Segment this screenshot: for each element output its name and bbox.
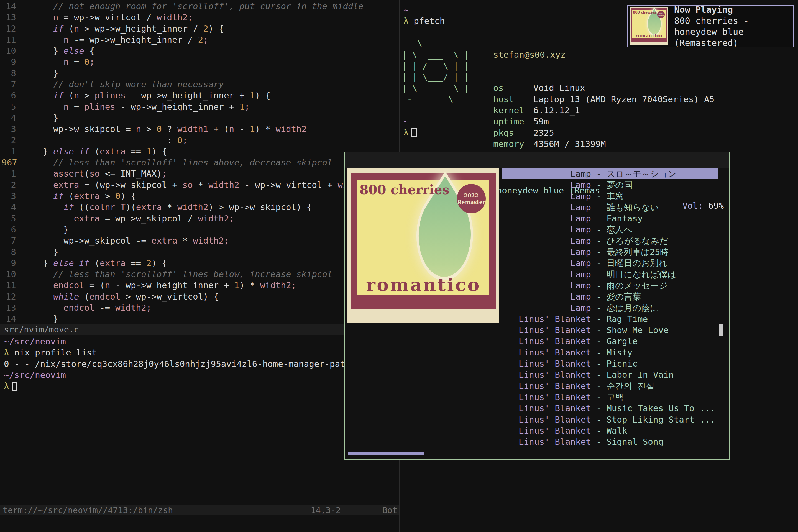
remaster-badge: 2022Remaster	[657, 11, 664, 18]
pfetch-field: osVoid Linux	[493, 82, 714, 93]
playlist: Lamp - スロ～モ～ションLamp - 夢の国Lamp - 車窓Lamp -…	[502, 168, 719, 447]
playlist-scrollbar-thumb[interactable]	[719, 324, 723, 336]
playlist-row[interactable]: Lamp - 雨のメッセージ	[502, 280, 719, 291]
code-line: 2 : 0;	[0, 135, 400, 146]
playlist-row[interactable]: Lamp - 誰も知らない	[502, 202, 719, 213]
terminal-line: ~/src/neovim	[4, 336, 350, 347]
shell-command-text: pfetch	[414, 16, 445, 26]
code-line: 11 endcol = (n - wp->w_height_inner + 1)…	[0, 280, 400, 291]
terminal-cursor	[12, 382, 17, 391]
code-line: 4 }	[0, 112, 400, 123]
album-title-text: romantico	[358, 274, 489, 295]
playlist-row[interactable]: Linus' Blanket - Gargle	[502, 336, 719, 347]
code-line: 12 while (endcol > wp->w_virtcol) {	[0, 291, 400, 302]
playlist-row[interactable]: Linus' Blanket - Walk	[502, 425, 719, 436]
prompt-line: λ pfetch	[403, 15, 445, 26]
album-artist-text: 800 cherries	[360, 182, 450, 197]
playlist-row[interactable]: Linus' Blanket - Labor In Vain	[502, 369, 719, 380]
playlist-row[interactable]: Linus' Blanket - Stop Liking Start ...	[502, 414, 719, 425]
notification-text: Now Playing 800 cherries - honeydew blue…	[674, 4, 793, 49]
code-line: 1 } else if (extra == 1) {	[0, 146, 400, 157]
code-line: 6 }	[0, 224, 400, 235]
playlist-row[interactable]: Lamp - 恋人へ	[502, 224, 719, 235]
prompt-directory: ~	[403, 4, 409, 15]
album-title-text: romantico	[632, 33, 666, 38]
code-line: 6 if (n > plines - wp->w_height_inner + …	[0, 90, 400, 101]
playlist-row[interactable]: Lamp - 日曜日のお別れ	[502, 258, 719, 268]
code-line: 10 // less than 'scrolloff' lines below,…	[0, 268, 400, 280]
code-line: 9 n = 0;	[0, 56, 400, 67]
code-line: 12 if (n > wp->w_height_inner / 2) {	[0, 23, 400, 34]
terminal-line: λ	[4, 380, 350, 392]
prompt-directory-bottom: ~	[403, 116, 409, 127]
code-line: 4 if ((colnr_T)(extra * width2) > wp->w_…	[0, 202, 400, 212]
playlist-row[interactable]: Linus' Blanket - 고백	[502, 392, 719, 403]
playlist-row[interactable]: Linus' Blanket - Signal Song	[502, 436, 719, 447]
terminal-ruler: 14,3-2	[310, 506, 341, 515]
notification-track-suffix: (Remastered)	[674, 37, 793, 49]
playlist-row[interactable]: Lamp - 最終列車は25時	[502, 246, 719, 258]
code-line: 13 n = wp->w_virtcol / width2;	[0, 12, 400, 23]
terminal-cursor	[412, 128, 417, 137]
code-line: 8 }	[0, 68, 400, 79]
terminal-line: ~/src/neovim	[4, 369, 350, 380]
code-line: 14 // not enough room for 'scrolloff', p…	[0, 1, 400, 12]
track-progress-bar[interactable]	[348, 453, 424, 455]
code-line: 3 wp->w_skipcol = n > 0 ? width1 + (n - …	[0, 123, 400, 134]
playlist-row[interactable]: Lamp - 明日になれば僕は	[502, 269, 719, 280]
playlist-row[interactable]: Lamp - 夢の国	[502, 179, 719, 190]
shell-command	[409, 16, 414, 26]
code-line: 8 }	[0, 246, 400, 258]
code-line: 5 extra = wp->w_skipcol / width2;	[0, 213, 400, 224]
pfetch-field: kernel6.12.12_1	[493, 105, 714, 116]
pfetch-user: stefan@s00.xyz	[493, 49, 714, 60]
playlist-row[interactable]: Lamp - 車窓	[502, 191, 719, 202]
pfetch-field: pkgs2325	[493, 127, 714, 138]
code-line: 3 if (extra > 0) {	[0, 190, 400, 202]
code-line: 2 extra = (wp->w_skipcol + so * width2 -…	[0, 179, 400, 190]
code-line: 13 endcol -= width2;	[0, 302, 400, 313]
vim-statusline: src/nvim/move.c 967,1	[0, 324, 400, 335]
album-art: 800 cherries 2022Remaster romantico	[347, 169, 499, 323]
neovim-pane[interactable]: 14 // not enough room for 'scrolloff', p…	[0, 0, 400, 532]
code-line: 967 // less than 'scrolloff' lines above…	[0, 157, 400, 168]
playlist-row-selected[interactable]: Lamp - スロ～モ～ション	[502, 168, 719, 179]
playlist-row[interactable]: Lamp - ひろがるなみだ	[502, 235, 719, 246]
code-line: 7 // don't skip more than necessary	[0, 79, 400, 90]
terminal-buffer-name: term://~/src/neovim//4713:/bin/zsh	[3, 506, 310, 515]
terminal-statusline: term://~/src/neovim//4713:/bin/zsh 14,3-…	[0, 505, 400, 515]
playlist-row[interactable]: Lamp - 愛の言葉	[502, 291, 719, 302]
code-line: 9 } else if (extra == 2) {	[0, 258, 400, 268]
music-player-window[interactable]: [Playing] herries - honeydew blue (Remas…	[344, 152, 729, 460]
terminal-line: λ nix profile list	[4, 347, 350, 358]
code-buffer: 14 // not enough room for 'scrolloff', p…	[0, 1, 400, 324]
terminal-line: 0 - - /nix/store/cq3cx86h28j0y46ls0nhjzj…	[4, 358, 350, 369]
remaster-badge: 2022Remaster	[457, 184, 486, 213]
playlist-row[interactable]: Linus' Blanket - Music Takes Us To ...	[502, 403, 719, 414]
pfetch-field: uptime59m	[493, 116, 714, 127]
album-artist-text: 800 cherries	[633, 11, 657, 14]
prompt-symbol-bottom: λ	[403, 128, 409, 137]
code-line: 14 }	[0, 313, 400, 324]
prompt-line-bottom[interactable]: λ	[403, 127, 417, 138]
statusline-filename: src/nvim/move.c	[4, 325, 79, 335]
playlist-row[interactable]: Linus' Blanket - 순간의 진실	[502, 380, 719, 392]
player-header: [Playing] herries - honeydew blue (Remas…	[345, 152, 729, 168]
code-line: 7 wp->w_skipcol -= extra * width2;	[0, 235, 400, 246]
prompt-symbol: λ	[403, 16, 409, 26]
playlist-row[interactable]: Lamp - Fantasy	[502, 213, 719, 224]
pfetch-field: hostLaptop 13 (AMD Ryzen 7040Series) A5	[493, 94, 714, 105]
notification-track: 800 cherries - honeydew blue	[674, 15, 793, 37]
embedded-terminal-buffer[interactable]: ~/src/neovimλ nix profile list0 - - /nix…	[4, 336, 350, 392]
playlist-row[interactable]: Linus' Blanket - Picnic	[502, 358, 719, 369]
album-art-thumbnail: 800 cherries 2022Remaster romantico	[630, 7, 668, 45]
code-line: 11 n -= wp->w_height_inner / 2;	[0, 34, 400, 45]
now-playing-notification[interactable]: 800 cherries 2022Remaster romantico Now …	[627, 5, 794, 48]
code-line: 5 n = plines - wp->w_height_inner + 1;	[0, 101, 400, 112]
playlist-row[interactable]: Linus' Blanket - Rag Time	[502, 314, 719, 324]
pfetch-field: memory4356M / 31399M	[493, 138, 714, 149]
playlist-row[interactable]: Lamp - 恋は月の蔭に	[502, 302, 719, 314]
playlist-row[interactable]: Linus' Blanket - Misty	[502, 347, 719, 358]
notification-title: Now Playing	[674, 4, 793, 15]
playlist-row[interactable]: Linus' Blanket - Show Me Love	[502, 324, 719, 336]
